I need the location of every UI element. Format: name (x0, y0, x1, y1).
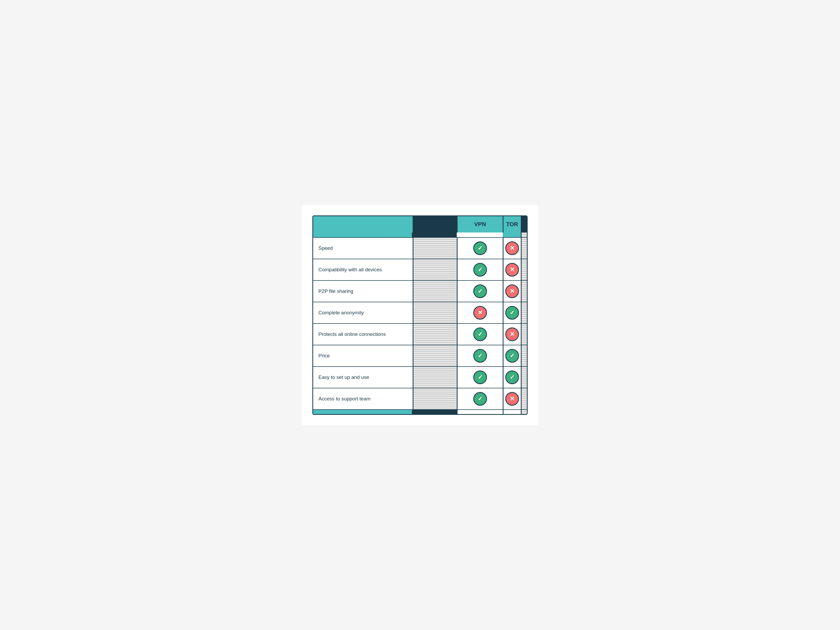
check-icon: ✓ (505, 349, 519, 362)
cross-icon: ✕ (505, 241, 519, 255)
right-separator-cell (521, 280, 527, 302)
vpn-cell: ✕ (457, 302, 503, 323)
feature-column-header (313, 216, 413, 233)
feature-cell: Protects all online connections (313, 323, 413, 345)
feature-cell: Speed (313, 237, 413, 259)
table-row: Speed ✓ ✕ (313, 237, 527, 259)
cross-icon: ✕ (505, 328, 519, 341)
comparison-table: VPN TOR Speed ✓ ✕ Compatibility wi (313, 216, 527, 415)
vpn-cell: ✓ (457, 280, 503, 302)
separator-cell (413, 323, 457, 345)
table-row: Complete anonymity ✕ ✓ (313, 302, 527, 323)
right-separator-cell (521, 323, 527, 345)
right-separator-cell (521, 237, 527, 259)
top-bar-tor (503, 233, 521, 237)
top-accent-bar (313, 233, 527, 237)
bottom-bar-vpn (457, 410, 503, 414)
right-separator-cell (521, 345, 527, 366)
right-separator-cell (521, 259, 527, 280)
feature-cell: Access to support team (313, 388, 413, 410)
right-separator-cell (521, 366, 527, 388)
check-icon: ✓ (473, 263, 487, 277)
tor-cell: ✕ (503, 237, 521, 259)
feature-label: Compatibility with all devices (318, 267, 382, 272)
vpn-cell: ✓ (457, 388, 503, 410)
table-wrapper: VPN TOR Speed ✓ ✕ Compatibility wi (302, 205, 538, 425)
check-icon: ✓ (473, 328, 487, 341)
table-row: Protects all online connections ✓ ✕ (313, 323, 527, 345)
tor-column-header: TOR (503, 216, 521, 233)
check-icon: ✓ (505, 306, 519, 320)
feature-cell: Easy to set up and use (313, 366, 413, 388)
table-row: Compatibility with all devices ✓ ✕ (313, 259, 527, 280)
tor-cell: ✕ (503, 323, 521, 345)
tor-cell: ✕ (503, 259, 521, 280)
separator-cell (413, 237, 457, 259)
feature-label: Complete anonymity (318, 310, 364, 316)
check-icon: ✓ (505, 370, 519, 384)
check-icon: ✓ (473, 284, 487, 298)
cross-icon: ✕ (505, 392, 519, 406)
feature-cell: Compatibility with all devices (313, 259, 413, 280)
separator-cell (413, 259, 457, 280)
left-separator-header (413, 216, 457, 233)
table-row: Price ✓ ✓ (313, 345, 527, 366)
right-separator-cell (521, 388, 527, 410)
bottom-bar-right (521, 410, 527, 414)
feature-cell: P2P file sharing (313, 280, 413, 302)
cross-icon: ✕ (473, 306, 487, 320)
separator-cell (413, 388, 457, 410)
tor-cell: ✕ (503, 388, 521, 410)
feature-cell: Price (313, 345, 413, 366)
table-row: P2P file sharing ✓ ✕ (313, 280, 527, 302)
table-row: Access to support team ✓ ✕ (313, 388, 527, 410)
feature-label: Protects all online connections (318, 331, 386, 337)
cross-icon: ✕ (505, 284, 519, 298)
right-separator-cell (521, 302, 527, 323)
tor-cell: ✕ (503, 280, 521, 302)
bottom-bar-tor (503, 410, 521, 414)
vpn-column-header: VPN (457, 216, 503, 233)
top-bar-right (521, 233, 527, 237)
feature-label: Access to support team (318, 396, 371, 402)
top-bar-sep (413, 233, 457, 237)
feature-label: Speed (318, 245, 333, 251)
vpn-cell: ✓ (457, 323, 503, 345)
vpn-cell: ✓ (457, 366, 503, 388)
check-icon: ✓ (473, 370, 487, 384)
vpn-cell: ✓ (457, 237, 503, 259)
top-bar-feature (313, 233, 413, 237)
tor-cell: ✓ (503, 345, 521, 366)
top-bar-vpn (457, 233, 503, 237)
separator-cell (413, 345, 457, 366)
feature-label: Easy to set up and use (318, 375, 369, 380)
header-row: VPN TOR (313, 216, 527, 233)
right-separator-header (521, 216, 527, 233)
separator-cell (413, 366, 457, 388)
tor-cell: ✓ (503, 366, 521, 388)
check-icon: ✓ (473, 392, 487, 406)
tor-cell: ✓ (503, 302, 521, 323)
check-icon: ✓ (473, 349, 487, 362)
table-row: Easy to set up and use ✓ ✓ (313, 366, 527, 388)
vpn-cell: ✓ (457, 259, 503, 280)
feature-cell: Complete anonymity (313, 302, 413, 323)
check-icon: ✓ (473, 241, 487, 255)
separator-cell (413, 280, 457, 302)
bottom-accent-bar (313, 410, 527, 414)
bottom-bar-feature (313, 410, 413, 414)
vpn-cell: ✓ (457, 345, 503, 366)
bottom-bar-sep (413, 410, 457, 414)
feature-label: Price (318, 353, 330, 359)
feature-label: P2P file sharing (318, 288, 353, 294)
cross-icon: ✕ (505, 263, 519, 277)
separator-cell (413, 302, 457, 323)
